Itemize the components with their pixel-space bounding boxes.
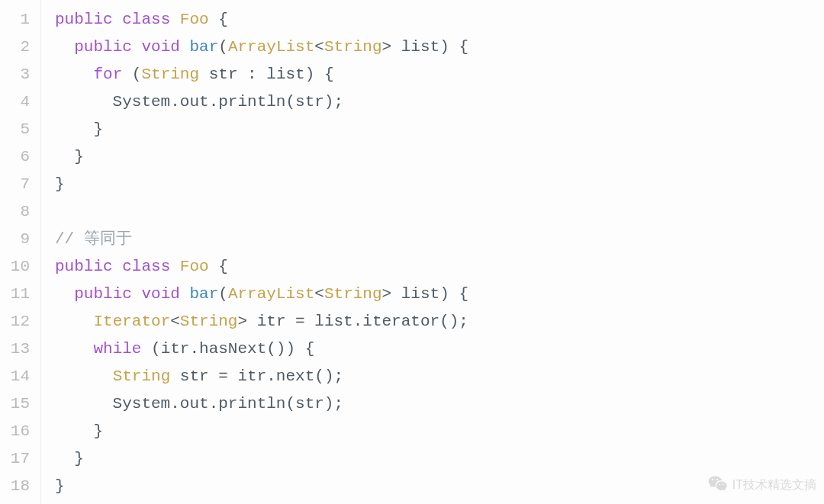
line-number-gutter: 123456789101112131415161718 bbox=[0, 0, 41, 504]
code-line: } bbox=[55, 445, 824, 473]
code-line: } bbox=[55, 418, 824, 445]
wechat-icon bbox=[708, 475, 728, 495]
line-number: 15 bbox=[0, 390, 40, 418]
code-line: System.out.println(str); bbox=[55, 88, 824, 116]
code-content: public class Foo { public void bar(Array… bbox=[41, 0, 824, 504]
code-line: public void bar(ArrayList<String> list) … bbox=[55, 34, 824, 61]
code-line: System.out.println(str); bbox=[55, 390, 824, 418]
code-line: // 等同于 bbox=[55, 226, 824, 253]
line-number: 2 bbox=[0, 34, 40, 61]
line-number: 18 bbox=[0, 473, 40, 500]
line-number: 14 bbox=[0, 363, 40, 390]
line-number: 4 bbox=[0, 88, 40, 116]
line-number: 9 bbox=[0, 226, 40, 253]
line-number: 17 bbox=[0, 445, 40, 473]
line-number: 3 bbox=[0, 61, 40, 88]
line-number: 10 bbox=[0, 253, 40, 281]
code-line: String str = itr.next(); bbox=[55, 363, 824, 390]
code-line: public class Foo { bbox=[55, 6, 824, 34]
watermark-text: IT技术精选文摘 bbox=[732, 477, 816, 493]
line-number: 11 bbox=[0, 281, 40, 308]
line-number: 13 bbox=[0, 335, 40, 363]
code-line bbox=[55, 198, 824, 226]
code-line: for (String str : list) { bbox=[55, 61, 824, 88]
line-number: 6 bbox=[0, 143, 40, 171]
code-line: public class Foo { bbox=[55, 253, 824, 281]
line-number: 1 bbox=[0, 6, 40, 34]
line-number: 7 bbox=[0, 171, 40, 198]
line-number: 16 bbox=[0, 418, 40, 445]
code-line: } bbox=[55, 116, 824, 143]
code-block: 123456789101112131415161718 public class… bbox=[0, 0, 824, 504]
code-line: while (itr.hasNext()) { bbox=[55, 335, 824, 363]
line-number: 5 bbox=[0, 116, 40, 143]
code-line: Iterator<String> itr = list.iterator(); bbox=[55, 308, 824, 335]
code-line: } bbox=[55, 143, 824, 171]
line-number: 8 bbox=[0, 198, 40, 226]
code-line: public void bar(ArrayList<String> list) … bbox=[55, 281, 824, 308]
code-line: } bbox=[55, 171, 824, 198]
watermark: IT技术精选文摘 bbox=[708, 475, 816, 495]
line-number: 12 bbox=[0, 308, 40, 335]
